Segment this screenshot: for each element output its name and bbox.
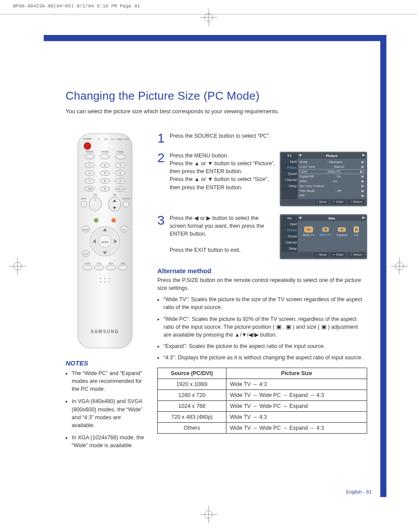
svg-text:+100: +100 [87,188,92,190]
svg-point-83 [104,281,106,283]
print-header: BP68-00423A-00(84~95) 9/2/04 5:10 PM Pag… [13,3,140,9]
svg-point-61 [111,218,116,223]
table-row: 720 x 483 (480p)Wide TV → 4:3 [158,412,367,423]
step-number: 2 [157,152,165,163]
step-2: 2 Press the MENU button. Press the ▲ or … [157,152,367,206]
intro-text: You can select the picture size which be… [66,108,367,115]
step-text: Press the SOURCE button to select “PC”. [170,132,367,140]
svg-text:P.SIZE: P.SIZE [84,262,90,264]
table-header: Source (PC/DVI) [158,368,226,379]
crop-mark-bottom [200,506,217,523]
step-text: Press the MENU button. Press the ▲ or ▼ … [170,152,275,191]
page-title: Changing the Picture Size (PC Mode) [66,89,367,103]
svg-text:STILL: STILL [97,262,102,264]
step-text: Press the ◀ or ▶ button to select the sc… [170,214,275,254]
svg-point-91 [341,229,343,230]
svg-text:MODE: MODE [117,151,123,153]
svg-text:ENTER: ENTER [101,241,109,243]
svg-point-73 [94,265,104,270]
svg-point-20 [85,154,94,159]
svg-text:SOURCE: SOURCE [122,198,130,200]
border-top [44,35,386,41]
step-1: 1 Press the SOURCE button to select “PC”… [157,132,367,144]
page-sheet: BP68-00423A-00(84~95) 9/2/04 5:10 PM Pag… [0,0,417,532]
svg-text:+: + [94,198,96,202]
table-row: 1920 x 1080iWide TV → 4:3 [158,379,367,390]
alternate-list: “Wide TV”: Scales the picture to the siz… [157,296,367,362]
svg-point-75 [106,265,116,270]
svg-text:VCR: VCR [111,138,115,140]
svg-text:VOL: VOL [93,194,97,196]
osd-main: Mode: Standard▶ Color Tone: Warm1▶ Size:… [298,159,366,199]
svg-text:PRE-CH: PRE-CH [117,188,123,190]
alternate-heading: Alternate method [157,267,367,275]
svg-point-24 [115,154,125,159]
svg-point-56 [81,201,87,207]
osd-screenshot-size: TV ◀ Size ▶ Input Picture Sound [280,214,367,259]
list-item: “4:3”: Displays the picture as it is wit… [163,354,367,362]
right-column: 1 Press the SOURCE button to select “PC”… [157,132,367,454]
svg-point-71 [83,265,92,270]
notes-heading: NOTES [66,359,144,367]
crop-mark-right [391,257,408,275]
svg-text:MUTE: MUTE [81,198,87,200]
svg-text:MTS: MTS [109,262,113,264]
step-number: 1 [157,132,165,144]
svg-text:POWER: POWER [83,138,92,140]
svg-point-80 [104,278,106,279]
svg-point-82 [100,281,101,283]
left-column: POWER TV STB VCR CABLE DVD P.MODE S.MODE… [66,132,144,454]
table-row: 1280 x 720Wide TV → Wide PC → Expand → 4… [158,390,367,401]
remote-control: POWER TV STB VCR CABLE DVD P.MODE S.MODE… [74,132,136,351]
picture-size-table: Source (PC/DVI)Picture Size 1920 x 1080i… [157,368,367,434]
svg-point-84 [108,281,110,283]
list-item: “Wide PC”: Scales the picture to 92% of … [163,315,367,339]
crop-mark-top [200,9,217,26]
osd-title: Picture [302,153,361,159]
svg-point-93 [355,229,357,230]
note-item: In VGA (640x480) and SVGA (800x600) mode… [72,397,144,429]
svg-text:−: − [94,207,96,210]
table-row: 1024 x 768Wide TV → Wide PC → Expand [158,401,367,412]
alternate-text: Press the P.SIZE button on the remote co… [157,276,367,292]
svg-text:DVD: DVD [125,138,129,140]
crop-mark-left [9,257,26,275]
osd-tv-label: TV [281,153,298,159]
table-header: Picture Size [226,368,367,379]
svg-point-77 [118,265,128,270]
table-row: OthersWide TV → Wide PC → Expand → 4:3 [158,423,367,434]
svg-point-79 [100,278,101,279]
svg-text:INFO: INFO [83,253,88,255]
svg-text:S.MODE: S.MODE [101,151,109,153]
content-area: Changing the Picture Size (PC Mode) You … [44,41,380,497]
svg-text:EXIT: EXIT [122,229,126,231]
list-item: “Wide TV”: Scales the picture to the siz… [163,296,367,311]
svg-point-87 [308,229,309,230]
svg-point-22 [100,154,110,159]
notes-list: The “Wide PC” and “Expand” modes are rec… [66,369,144,449]
list-item: “Expand”: Scales the picture to the aspe… [163,342,367,350]
page-number: English - 91 [346,489,372,494]
svg-text:CABLE: CABLE [117,138,123,140]
step-3: 3 Press the ◀ or ▶ button to select the … [157,214,367,259]
osd-screenshot-picture: TV ◀ Picture ▶ Input Picture Soun [280,152,367,206]
svg-text:SRS: SRS [121,262,125,264]
svg-point-58 [123,201,129,207]
border-right [380,35,386,497]
note-item: In XGA (1024x768) mode, the “Wide” mode … [72,434,144,449]
svg-text:P.MODE: P.MODE [86,151,93,153]
osd-sidebar: Input Picture Sound Channel Setup [281,159,298,199]
svg-text:CH: CH [113,194,116,196]
step-number: 3 [157,214,165,226]
svg-point-13 [84,143,91,150]
page-frame: Changing the Picture Size (PC Mode) You … [44,35,386,497]
osd-size-options: Wide TV Wide PC Expend 4:3 [299,222,364,241]
note-item: The “Wide PC” and “Expand” modes are rec… [72,369,144,393]
svg-text:MENU: MENU [83,229,88,231]
svg-point-89 [325,229,327,230]
svg-point-81 [108,278,110,279]
svg-text:SAMSUNG: SAMSUNG [90,329,119,334]
svg-point-60 [94,218,98,223]
svg-text:STB: STB [104,138,108,140]
svg-text:TV: TV [97,138,100,140]
